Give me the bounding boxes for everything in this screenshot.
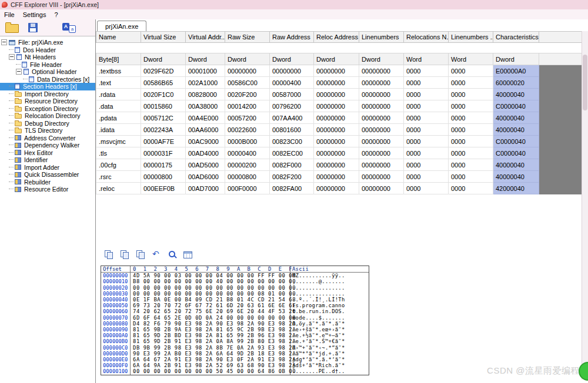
sidebar-item-debug-directory[interactable]: Debug Directory [0,120,95,127]
sidebar-item-optional-header[interactable]: Optional Header [0,68,95,76]
cell-characteristics[interactable]: C0000040 [493,147,539,159]
hex-ascii[interactable]: .e.+½ã˜*.e™+–ã˜* [290,332,369,338]
cell-raw-address[interactable]: 0082F000 [270,159,314,171]
col-raw-address[interactable]: Raw Address [270,32,314,43]
cell-linenumbers-number[interactable]: 0000 [449,147,493,159]
cell-characteristics[interactable]: 40000040 [493,124,539,136]
cell-characteristics[interactable]: C0000040 [493,100,539,112]
cell-linenumbers[interactable]: 00000000 [359,65,404,77]
cell-raw-address[interactable]: 0082EC00 [270,147,314,159]
grid-icon[interactable] [183,251,192,258]
hex-bytes[interactable]: 6A 64 9A 2B 91 E3 98 2A 52 69 63 68 90 E… [131,362,290,368]
col-linenumbers[interactable]: Linenumbers [359,32,404,43]
cell-linenumbers-number[interactable]: 0000 [449,77,493,89]
cell-raw-size[interactable]: 0000B000 [225,136,270,147]
cell-raw-size[interactable]: 00000800 [225,171,270,183]
cell-virtual-address[interactable]: 00AA6000 [186,124,225,136]
cell-section-name[interactable]: .tls [96,147,141,159]
sidebar-item-dos-header[interactable]: Dos Header [0,46,95,54]
hex-ascii[interactable]: is.program.canno [290,303,369,308]
tree-expander[interactable] [16,69,22,75]
cell-virtual-address[interactable]: 00AD6000 [186,171,225,183]
sidebar-item-identifier[interactable]: Identifier [0,156,95,164]
hex-bytes[interactable]: D4 82 F6 79 90 E3 98 2A 90 E3 98 2A 90 E… [131,321,290,327]
cell-characteristics[interactable]: 40000040 [493,112,539,124]
cell-section-name[interactable]: .reloc [96,183,141,194]
cell-reloc-address[interactable]: 00000000 [314,89,359,100]
open-file-icon[interactable] [5,24,19,33]
col-characteristics[interactable]: Characteristics [493,32,539,43]
tree-expander[interactable] [9,54,15,60]
cell-reloc-address[interactable]: 00000000 [314,124,359,136]
cell-reloc-address[interactable]: 00000000 [314,112,359,124]
hex-bytes[interactable]: 90 E3 99 2A B0 E3 98 2A 6A 64 9D 2B 18 E… [131,351,290,357]
cell-virtual-size[interactable]: 00000175 [141,159,186,171]
cell-raw-size[interactable]: 00586C00 [225,77,270,89]
sidebar-item-rebuilder[interactable]: Rebuilder [0,179,95,186]
hex-ascii[interactable]: ..º..´.Í!¸.LÍ!Th [290,297,369,303]
cell-section-name[interactable]: .rdata [96,89,141,100]
col-name[interactable]: Name [96,32,141,43]
cell-relocations-number[interactable]: 0000 [404,183,449,194]
sidebar-item-section-headers[interactable]: Section Headers [x] [0,83,95,90]
cell-virtual-size[interactable]: 0000031F [141,147,186,159]
cell-virtual-address[interactable]: 00A4E000 [186,112,225,124]
sidebar-item-file-header[interactable]: File Header [0,61,95,69]
cell-characteristics[interactable]: 40000040 [493,171,539,183]
undo-icon[interactable] [152,250,161,259]
cell-virtual-size[interactable]: 00586B65 [141,77,186,89]
cell-raw-address[interactable]: 00000400 [270,77,314,89]
cell-linenumbers[interactable]: 00000000 [359,183,404,194]
hex-bytes[interactable]: 69 73 20 70 72 6F 67 72 61 6D 20 63 61 6… [131,303,290,308]
cell-reloc-address[interactable]: 00000000 [314,171,359,183]
menu-settings[interactable]: Settings [19,11,51,19]
tree-expander[interactable] [1,39,7,45]
scrollbar-thumb[interactable] [583,55,587,110]
cell-linenumbers-number[interactable]: 0000 [449,65,493,77]
cell-characteristics[interactable]: 42000040 [493,183,539,194]
sidebar-item-address-converter[interactable]: Address Converter [0,135,95,142]
hex-bytes[interactable]: 81 65 9D 2B 91 E3 98 2A 0A 8A 99 2B 80 E… [131,338,290,344]
hex-bytes[interactable]: 74 20 62 65 20 72 75 6E 20 69 6E 20 44 4… [131,308,290,314]
hex-bytes[interactable]: 00 00 00 00 00 00 00 00 00 00 00 00 00 0… [131,285,290,291]
cell-virtual-address[interactable]: 00A38000 [186,100,225,112]
write-icon[interactable] [136,250,145,259]
cell-section-name[interactable]: .textbss [96,65,141,77]
cell-linenumbers[interactable]: 00000000 [359,124,404,136]
cell-raw-size[interactable]: 00057200 [225,112,270,124]
cell-linenumbers[interactable]: 00000000 [359,77,404,89]
hex-bytes[interactable]: B8 00 00 00 00 00 00 00 40 00 00 00 00 0… [131,278,290,284]
cell-virtual-address[interactable]: 00AD4000 [186,147,225,159]
cell-raw-address[interactable]: 00796200 [270,100,314,112]
cell-section-name[interactable]: .00cfg [96,159,141,171]
cell-reloc-address[interactable]: 00000000 [314,100,359,112]
sidebar-item-dependency-walker[interactable]: Dependency Walker [0,142,95,149]
menu-file[interactable]: File [0,11,19,19]
hex-bytes[interactable]: 6D 6F 64 65 2E 0D 0D 0A 24 00 00 00 00 0… [131,315,290,321]
tab-prjxian[interactable]: prjXiAn.exe [97,21,146,31]
hex-bytes[interactable]: 81 65 9B 2B 9A E3 98 2A 81 65 9C 2B 9B E… [131,327,290,332]
cell-section-name[interactable]: .pdata [96,112,141,124]
hex-ascii[interactable]: .e.+‘ã˜*.Š™+€ã˜* [290,338,369,344]
sidebar-item-resource-directory[interactable]: Resource Directory [0,98,95,105]
cell-raw-size[interactable]: 0020F200 [225,89,270,100]
cell-raw-address[interactable]: 00587000 [270,89,314,100]
cell-linenumbers-number[interactable]: 0000 [449,136,493,147]
cell-linenumbers-number[interactable]: 0000 [449,124,493,136]
hex-bytes[interactable]: 0E 1F BA 0E 00 B4 09 CD 21 B8 01 4C CD 2… [131,297,290,303]
hex-ascii[interactable]: MZ..........ÿÿ.. [290,273,369,278]
cell-relocations-number[interactable]: 0000 [404,171,449,183]
cell-virtual-address[interactable]: 00AD7000 [186,183,225,194]
col-virtual-size[interactable]: Virtual Size [141,32,186,43]
save-file-icon[interactable] [28,23,38,32]
cell-relocations-number[interactable]: 0000 [404,147,449,159]
cell-virtual-size[interactable]: 0005712C [141,112,186,124]
cell-section-name[interactable]: .msvcjmc [96,136,141,147]
cell-reloc-address[interactable]: 00000000 [314,136,359,147]
cell-raw-address[interactable]: 00823C00 [270,136,314,147]
hex-bytes[interactable]: 00 00 00 00 00 00 00 00 50 45 00 00 64 8… [131,368,290,374]
sidebar-item-nt-headers[interactable]: Nt Headers [0,53,95,61]
cell-reloc-address[interactable]: 00000000 [314,77,359,89]
col-raw-size[interactable]: Raw Size [225,32,270,43]
cell-relocations-number[interactable]: 0000 [404,136,449,147]
